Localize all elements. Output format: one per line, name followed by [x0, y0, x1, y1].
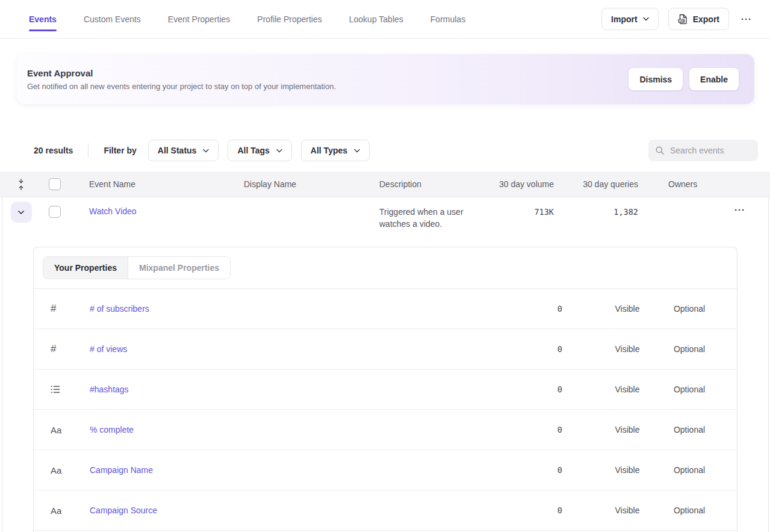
- all-types-label: All Types: [311, 146, 347, 155]
- property-visibility: Visible: [615, 425, 640, 435]
- event-description: Triggered when a user watches a video.: [379, 206, 494, 230]
- property-queries: 0: [557, 304, 592, 314]
- tab-formulas[interactable]: Formulas: [430, 0, 465, 38]
- property-status: Optional: [674, 465, 705, 475]
- csv-file-icon: csv: [678, 14, 688, 25]
- column-header-event-name: Event Name: [89, 179, 244, 189]
- all-types-dropdown[interactable]: All Types: [301, 140, 370, 161]
- nav-actions: Import csv Export ···: [601, 8, 754, 30]
- all-tags-label: All Tags: [237, 146, 269, 155]
- collapse-all-icon[interactable]: [17, 179, 25, 190]
- property-queries: 0: [557, 506, 592, 515]
- search-icon: [655, 146, 665, 155]
- import-button-label: Import: [611, 14, 638, 24]
- property-row: # # of views 0 Visible Optional: [34, 329, 737, 370]
- table-header: Event Name Display Name Description 30 d…: [0, 172, 770, 197]
- property-row: #hashtags 0 Visible Optional: [34, 370, 737, 410]
- property-name-link[interactable]: % complete: [90, 425, 544, 435]
- dismiss-button[interactable]: Dismiss: [629, 68, 683, 90]
- nav-more-options-button[interactable]: ···: [739, 10, 754, 28]
- properties-panel: Your Properties Mixpanel Properties # # …: [33, 247, 737, 532]
- filter-by-label: Filter by: [104, 146, 136, 155]
- property-visibility: Visible: [615, 506, 640, 515]
- property-name-link[interactable]: Campaign Source: [90, 506, 544, 515]
- property-name-link[interactable]: # of subscribers: [90, 304, 544, 314]
- tab-profile-properties[interactable]: Profile Properties: [257, 0, 321, 38]
- enable-button[interactable]: Enable: [689, 68, 739, 90]
- all-tags-dropdown[interactable]: All Tags: [228, 140, 291, 161]
- tab-mixpanel-properties[interactable]: Mixpanel Properties: [128, 257, 230, 279]
- property-visibility: Visible: [615, 304, 640, 314]
- chevron-down-icon: [643, 17, 649, 21]
- chevron-down-icon: [17, 210, 25, 215]
- tab-custom-events[interactable]: Custom Events: [84, 0, 141, 38]
- banner-actions: Dismiss Enable: [629, 68, 739, 90]
- banner-text: Event Approval Get notified on all new e…: [27, 68, 336, 91]
- export-button[interactable]: csv Export: [668, 8, 729, 30]
- filter-bar: 20 results Filter by All Status All Tags…: [34, 140, 758, 161]
- number-type-icon: #: [34, 303, 90, 315]
- property-visibility: Visible: [615, 385, 640, 394]
- properties-panel-header: Your Properties Mixpanel Properties: [34, 247, 737, 289]
- property-status: Optional: [674, 425, 705, 435]
- property-visibility: Visible: [615, 344, 640, 354]
- property-name-link[interactable]: Campaign Name: [90, 465, 544, 475]
- nav-tabs: Events Custom Events Event Properties Pr…: [29, 0, 465, 38]
- property-status: Optional: [674, 344, 705, 354]
- property-visibility: Visible: [615, 465, 640, 475]
- text-type-icon: Aa: [34, 506, 90, 516]
- all-status-dropdown[interactable]: All Status: [148, 140, 219, 161]
- divider: [88, 143, 88, 158]
- property-row: Aa Campaign Source 0 Visible Optional: [34, 490, 737, 531]
- property-queries: 0: [557, 385, 592, 394]
- event-name-link[interactable]: Watch Video: [89, 206, 244, 216]
- row-more-options-button[interactable]: ···: [732, 201, 748, 218]
- property-row: Aa Campaign Name 0 Visible Optional: [34, 450, 737, 490]
- chevron-down-icon: [203, 149, 209, 153]
- chevron-down-icon: [354, 149, 360, 153]
- property-row: # # of subscribers 0 Visible Optional: [34, 289, 737, 329]
- text-type-icon: Aa: [34, 425, 90, 435]
- property-row: Aa % complete 0 Visible Optional: [34, 410, 737, 450]
- column-header-queries: 30 day queries: [583, 179, 638, 189]
- all-status-label: All Status: [158, 146, 197, 155]
- property-queries: 0: [557, 465, 592, 475]
- search-box: [648, 140, 758, 161]
- top-navigation: Events Custom Events Event Properties Pr…: [0, 0, 770, 39]
- property-status: Optional: [674, 506, 705, 515]
- property-queries: 0: [557, 425, 592, 435]
- table-row: Watch Video Triggered when a user watche…: [0, 197, 770, 247]
- row-checkbox[interactable]: [49, 206, 61, 218]
- property-status: Optional: [674, 385, 705, 394]
- banner-title: Event Approval: [27, 68, 336, 78]
- chevron-down-icon: [276, 149, 282, 153]
- property-queries: 0: [557, 344, 592, 354]
- import-button[interactable]: Import: [601, 8, 659, 30]
- property-name-link[interactable]: # of views: [90, 344, 544, 354]
- banner-description: Get notified on all new events entering …: [27, 82, 336, 91]
- properties-tabs: Your Properties Mixpanel Properties: [43, 256, 231, 279]
- list-type-icon: [34, 385, 90, 394]
- search-input[interactable]: [670, 146, 751, 155]
- tab-lookup-tables[interactable]: Lookup Tables: [349, 0, 403, 38]
- svg-text:csv: csv: [679, 19, 684, 22]
- export-button-label: Export: [693, 14, 719, 24]
- tab-events[interactable]: Events: [29, 0, 57, 38]
- event-queries: 1,382: [613, 207, 638, 217]
- results-count: 20 results: [34, 146, 73, 155]
- property-name-link[interactable]: #hashtags: [90, 385, 544, 394]
- text-type-icon: Aa: [34, 465, 90, 475]
- column-header-owners: Owners: [638, 179, 770, 189]
- event-approval-banner: Event Approval Get notified on all new e…: [17, 54, 754, 104]
- select-all-checkbox[interactable]: [49, 178, 61, 190]
- row-expander-button[interactable]: [11, 202, 32, 223]
- number-type-icon: #: [34, 343, 90, 355]
- column-header-display-name: Display Name: [244, 179, 379, 189]
- tab-event-properties[interactable]: Event Properties: [168, 0, 231, 38]
- column-header-volume: 30 day volume: [499, 179, 554, 189]
- property-status: Optional: [674, 304, 705, 314]
- column-header-description: Description: [379, 179, 494, 189]
- event-volume: 713K: [534, 207, 554, 217]
- tab-your-properties[interactable]: Your Properties: [43, 257, 128, 279]
